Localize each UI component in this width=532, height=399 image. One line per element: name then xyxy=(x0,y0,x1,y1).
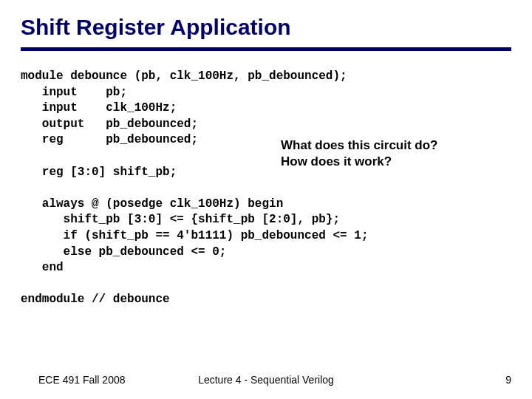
question-callout: What does this circuit do? How does it w… xyxy=(281,137,438,170)
callout-line-2: How does it work? xyxy=(281,154,438,170)
code-block: module debounce (pb, clk_100Hz, pb_debou… xyxy=(21,69,511,308)
footer-lecture: Lecture 4 - Sequential Verilog xyxy=(0,374,532,386)
footer-page: 9 xyxy=(505,374,511,386)
slide-title: Shift Register Application xyxy=(21,15,511,40)
callout-line-1: What does this circuit do? xyxy=(281,137,438,154)
title-underline xyxy=(21,47,511,51)
